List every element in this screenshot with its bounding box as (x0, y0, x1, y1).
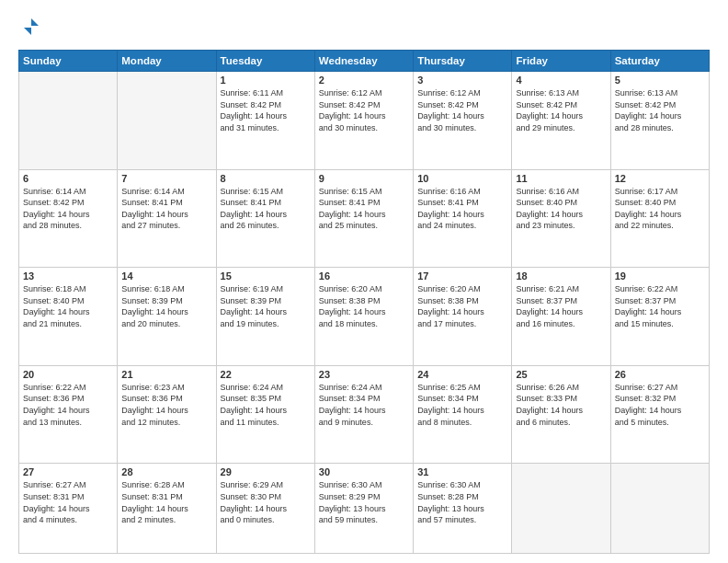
day-info: Sunrise: 6:24 AM Sunset: 8:34 PM Dayligh… (319, 382, 409, 428)
day-number: 20 (23, 369, 113, 380)
calendar-day-cell: 28Sunrise: 6:28 AM Sunset: 8:31 PM Dayli… (118, 464, 216, 554)
calendar-day-cell: 9Sunrise: 6:15 AM Sunset: 8:41 PM Daylig… (314, 169, 413, 268)
day-info: Sunrise: 6:15 AM Sunset: 8:41 PM Dayligh… (221, 186, 311, 232)
day-number: 3 (417, 75, 507, 86)
calendar-day-cell: 21Sunrise: 6:23 AM Sunset: 8:36 PM Dayli… (118, 365, 216, 464)
page: SundayMondayTuesdayWednesdayThursdayFrid… (0, 0, 728, 563)
day-info: Sunrise: 6:22 AM Sunset: 8:36 PM Dayligh… (23, 382, 113, 428)
calendar-day-cell: 25Sunrise: 6:26 AM Sunset: 8:33 PM Dayli… (512, 365, 610, 464)
calendar-day-cell: 26Sunrise: 6:27 AM Sunset: 8:32 PM Dayli… (610, 365, 709, 464)
calendar-day-cell: 11Sunrise: 6:16 AM Sunset: 8:40 PM Dayli… (512, 169, 610, 268)
day-info: Sunrise: 6:27 AM Sunset: 8:31 PM Dayligh… (23, 479, 113, 525)
calendar-day-header: Saturday (610, 51, 709, 72)
day-number: 2 (319, 75, 409, 86)
day-number: 25 (516, 369, 606, 380)
day-info: Sunrise: 6:20 AM Sunset: 8:38 PM Dayligh… (319, 283, 409, 329)
day-info: Sunrise: 6:15 AM Sunset: 8:41 PM Dayligh… (319, 186, 409, 232)
day-info: Sunrise: 6:27 AM Sunset: 8:32 PM Dayligh… (615, 382, 705, 428)
day-info: Sunrise: 6:19 AM Sunset: 8:39 PM Dayligh… (221, 283, 311, 329)
day-number: 27 (23, 466, 113, 477)
calendar-day-cell: 5Sunrise: 6:13 AM Sunset: 8:42 PM Daylig… (610, 72, 709, 170)
day-info: Sunrise: 6:11 AM Sunset: 8:42 PM Dayligh… (221, 87, 311, 133)
calendar-day-header: Tuesday (216, 51, 314, 72)
calendar-day-cell: 16Sunrise: 6:20 AM Sunset: 8:38 PM Dayli… (314, 268, 413, 366)
day-info: Sunrise: 6:18 AM Sunset: 8:39 PM Dayligh… (121, 283, 211, 329)
day-info: Sunrise: 6:13 AM Sunset: 8:42 PM Dayligh… (615, 87, 705, 133)
day-number: 30 (319, 466, 409, 477)
day-info: Sunrise: 6:22 AM Sunset: 8:37 PM Dayligh… (615, 283, 705, 329)
day-number: 23 (319, 369, 409, 380)
day-number: 5 (615, 75, 705, 86)
day-number: 21 (121, 369, 211, 380)
calendar-day-cell: 27Sunrise: 6:27 AM Sunset: 8:31 PM Dayli… (19, 464, 118, 554)
calendar-day-header: Sunday (19, 51, 118, 72)
day-number: 10 (417, 173, 507, 184)
calendar-week-row: 1Sunrise: 6:11 AM Sunset: 8:42 PM Daylig… (19, 72, 710, 170)
day-number: 24 (417, 369, 507, 380)
calendar-day-cell (118, 72, 216, 170)
calendar-day-cell: 14Sunrise: 6:18 AM Sunset: 8:39 PM Dayli… (118, 268, 216, 366)
day-number: 14 (121, 270, 211, 282)
calendar-day-cell (610, 464, 709, 554)
day-info: Sunrise: 6:29 AM Sunset: 8:30 PM Dayligh… (221, 479, 311, 525)
calendar-day-cell: 4Sunrise: 6:13 AM Sunset: 8:42 PM Daylig… (512, 72, 610, 170)
day-number: 9 (319, 173, 409, 184)
logo-icon (20, 17, 40, 37)
calendar-day-cell: 20Sunrise: 6:22 AM Sunset: 8:36 PM Dayli… (19, 365, 118, 464)
calendar-day-cell: 3Sunrise: 6:12 AM Sunset: 8:42 PM Daylig… (414, 72, 512, 170)
header (18, 17, 710, 40)
calendar-day-cell: 23Sunrise: 6:24 AM Sunset: 8:34 PM Dayli… (314, 365, 413, 464)
day-number: 16 (319, 270, 409, 282)
calendar-day-header: Monday (118, 51, 216, 72)
day-number: 26 (615, 369, 705, 380)
day-number: 19 (615, 270, 705, 282)
calendar-day-cell (512, 464, 610, 554)
calendar-week-row: 13Sunrise: 6:18 AM Sunset: 8:40 PM Dayli… (19, 268, 710, 366)
calendar-day-cell: 22Sunrise: 6:24 AM Sunset: 8:35 PM Dayli… (216, 365, 314, 464)
day-info: Sunrise: 6:12 AM Sunset: 8:42 PM Dayligh… (319, 87, 409, 133)
day-info: Sunrise: 6:30 AM Sunset: 8:28 PM Dayligh… (417, 479, 507, 525)
day-number: 12 (615, 173, 705, 184)
day-number: 1 (221, 75, 311, 86)
day-number: 4 (516, 75, 606, 86)
calendar-header-row: SundayMondayTuesdayWednesdayThursdayFrid… (19, 51, 710, 72)
day-number: 17 (417, 270, 507, 282)
calendar-day-cell: 31Sunrise: 6:30 AM Sunset: 8:28 PM Dayli… (414, 464, 512, 554)
day-info: Sunrise: 6:16 AM Sunset: 8:41 PM Dayligh… (417, 186, 507, 232)
day-number: 8 (221, 173, 311, 184)
calendar-day-cell: 13Sunrise: 6:18 AM Sunset: 8:40 PM Dayli… (19, 268, 118, 366)
calendar-day-cell: 2Sunrise: 6:12 AM Sunset: 8:42 PM Daylig… (314, 72, 413, 170)
day-info: Sunrise: 6:14 AM Sunset: 8:41 PM Dayligh… (121, 186, 211, 232)
calendar-day-cell: 24Sunrise: 6:25 AM Sunset: 8:34 PM Dayli… (414, 365, 512, 464)
day-info: Sunrise: 6:17 AM Sunset: 8:40 PM Dayligh… (615, 186, 705, 232)
calendar-week-row: 20Sunrise: 6:22 AM Sunset: 8:36 PM Dayli… (19, 365, 710, 464)
day-info: Sunrise: 6:25 AM Sunset: 8:34 PM Dayligh… (417, 382, 507, 428)
day-info: Sunrise: 6:14 AM Sunset: 8:42 PM Dayligh… (23, 186, 113, 232)
calendar-day-cell: 30Sunrise: 6:30 AM Sunset: 8:29 PM Dayli… (314, 464, 413, 554)
day-number: 11 (516, 173, 606, 184)
svg-marker-0 (24, 18, 39, 35)
day-info: Sunrise: 6:21 AM Sunset: 8:37 PM Dayligh… (516, 283, 606, 329)
calendar-day-header: Friday (512, 51, 610, 72)
day-info: Sunrise: 6:18 AM Sunset: 8:40 PM Dayligh… (23, 283, 113, 329)
day-number: 15 (221, 270, 311, 282)
calendar-week-row: 27Sunrise: 6:27 AM Sunset: 8:31 PM Dayli… (19, 464, 710, 554)
calendar-day-cell: 17Sunrise: 6:20 AM Sunset: 8:38 PM Dayli… (414, 268, 512, 366)
day-number: 31 (417, 466, 507, 477)
calendar-day-cell: 1Sunrise: 6:11 AM Sunset: 8:42 PM Daylig… (216, 72, 314, 170)
day-number: 13 (23, 270, 113, 282)
day-number: 29 (221, 466, 311, 477)
day-info: Sunrise: 6:16 AM Sunset: 8:40 PM Dayligh… (516, 186, 606, 232)
day-number: 22 (221, 369, 311, 380)
calendar-day-cell: 18Sunrise: 6:21 AM Sunset: 8:37 PM Dayli… (512, 268, 610, 366)
day-number: 18 (516, 270, 606, 282)
calendar-day-cell: 19Sunrise: 6:22 AM Sunset: 8:37 PM Dayli… (610, 268, 709, 366)
calendar-table: SundayMondayTuesdayWednesdayThursdayFrid… (18, 50, 710, 554)
day-number: 7 (121, 173, 211, 184)
day-info: Sunrise: 6:23 AM Sunset: 8:36 PM Dayligh… (121, 382, 211, 428)
calendar-day-cell: 10Sunrise: 6:16 AM Sunset: 8:41 PM Dayli… (414, 169, 512, 268)
day-info: Sunrise: 6:12 AM Sunset: 8:42 PM Dayligh… (417, 87, 507, 133)
calendar-day-cell: 8Sunrise: 6:15 AM Sunset: 8:41 PM Daylig… (216, 169, 314, 268)
logo (18, 17, 40, 40)
day-info: Sunrise: 6:13 AM Sunset: 8:42 PM Dayligh… (516, 87, 606, 133)
